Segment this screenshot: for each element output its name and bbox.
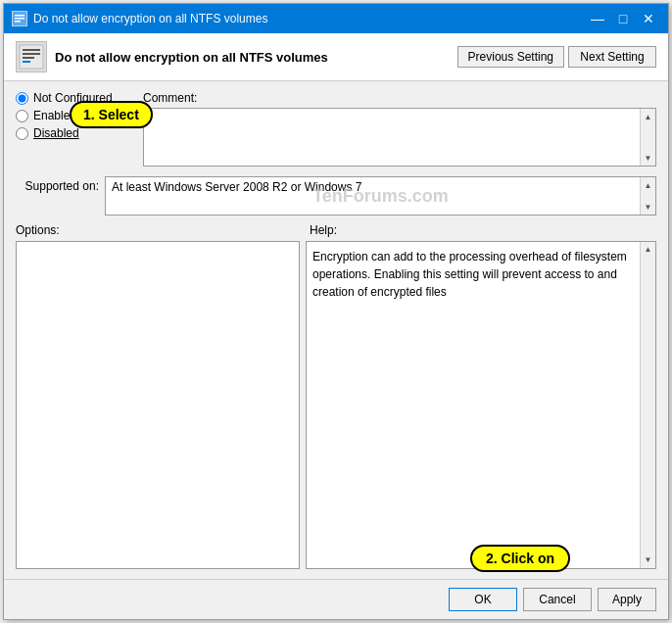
header-buttons: Previous Setting Next Setting [457,46,656,68]
supported-on-value: At least Windows Server 2008 R2 or Windo… [105,176,656,216]
bottom-bar: 2. Click on OK Cancel Apply [4,579,668,619]
svg-rect-2 [15,18,24,20]
help-scrollbar[interactable]: ▲ ▼ [640,242,655,568]
content-area: Not Configured Enabled 1. Select Disable… [4,81,668,579]
svg-rect-3 [15,21,21,23]
svg-rect-8 [23,61,30,63]
previous-setting-button[interactable]: Previous Setting [457,46,564,68]
help-scroll-down[interactable]: ▼ [642,552,655,568]
header-area: Do not allow encryption on all NTFS volu… [4,33,668,81]
apply-button[interactable]: Apply [598,588,656,611]
header-left: Do not allow encryption on all NTFS volu… [16,41,328,72]
supported-on-label: Supported on: [16,176,99,193]
supported-scroll-down[interactable]: ▼ [642,199,655,215]
options-label: Options: [16,223,310,237]
disabled-radio[interactable] [16,127,28,140]
options-box [16,241,300,569]
header-title: Do not allow encryption on all NTFS volu… [55,50,328,65]
ok-button[interactable]: OK [449,588,517,611]
help-box: Encryption can add to the processing ove… [306,241,656,569]
svg-rect-7 [23,57,34,59]
cancel-button[interactable]: Cancel [523,588,592,611]
radio-group: Not Configured Enabled 1. Select Disable… [16,91,133,167]
svg-rect-6 [23,53,40,55]
window-controls: — □ ✕ [586,9,660,28]
minimize-button[interactable]: — [586,9,609,28]
comment-label: Comment: [143,91,656,105]
scroll-up-arrow[interactable]: ▲ [642,109,655,124]
svg-rect-5 [23,49,40,51]
window-icon [12,11,27,26]
maximize-button[interactable]: □ [611,9,635,28]
title-bar: Do not allow encryption on all NTFS volu… [4,4,668,33]
help-scroll-up[interactable]: ▲ [642,242,655,258]
disabled-option[interactable]: Disabled [16,126,133,140]
comment-textarea[interactable]: ▲ ▼ [143,108,656,167]
not-configured-radio[interactable] [16,92,28,105]
options-help-section: Options: Help: Encryption can add to the… [16,223,656,569]
supported-scroll-up[interactable]: ▲ [642,177,655,193]
help-text: Encryption can add to the processing ove… [312,250,627,299]
scroll-down-arrow[interactable]: ▼ [642,150,655,166]
enabled-option[interactable]: Enabled [16,109,76,122]
next-setting-button[interactable]: Next Setting [568,46,656,68]
comment-scrollbar[interactable]: ▲ ▼ [640,109,655,166]
options-help-boxes: Encryption can add to the processing ove… [16,241,656,569]
supported-on-text: At least Windows Server 2008 R2 or Windo… [112,180,361,194]
enabled-radio[interactable] [16,110,28,122]
help-label: Help: [310,223,656,237]
supported-scrollbar[interactable]: ▲ ▼ [640,177,655,215]
annotation-2-bubble: 2. Click on [470,545,570,572]
section-labels: Options: Help: [16,223,656,237]
main-window: Do not allow encryption on all NTFS volu… [3,3,669,620]
window-title: Do not allow encryption on all NTFS volu… [33,12,586,25]
supported-on-row: Supported on: At least Windows Server 20… [16,176,656,216]
top-section: Not Configured Enabled 1. Select Disable… [16,91,656,167]
comment-section: Comment: ▲ ▼ [143,91,656,167]
header-icon [16,41,47,72]
disabled-label: Disabled [33,126,79,140]
close-button[interactable]: ✕ [637,9,660,28]
svg-rect-1 [15,15,24,17]
annotation-1-bubble: 1. Select [70,101,153,128]
